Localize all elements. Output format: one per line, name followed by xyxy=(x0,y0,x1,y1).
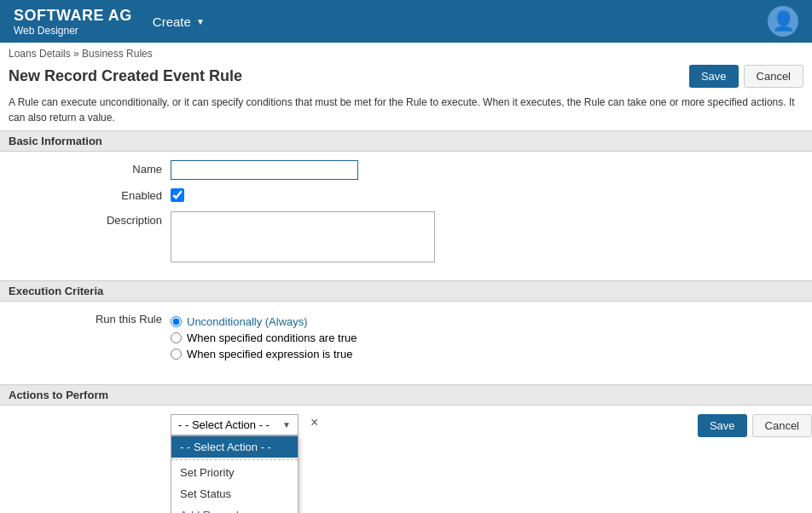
name-label: Name xyxy=(0,160,171,176)
enabled-label: Enabled xyxy=(0,187,171,202)
enabled-row: Enabled xyxy=(0,187,812,205)
cancel-button[interactable]: Cancel xyxy=(744,65,803,88)
radio-conditions-label[interactable]: When specified conditions are true xyxy=(187,331,357,344)
info-text: A Rule can execute unconditionally, or i… xyxy=(0,91,812,130)
select-action-dropdown-container: - - Select Action - - ▼ - - Select Actio… xyxy=(171,414,299,435)
description-label: Description xyxy=(0,211,171,227)
radio-expression[interactable] xyxy=(171,349,182,360)
page-title: New Record Created Event Rule xyxy=(9,67,242,85)
basic-info-section-header: Basic Information xyxy=(0,130,812,152)
dropdown-arrow-icon: ▼ xyxy=(282,420,291,429)
page-title-row: New Record Created Event Rule Save Cance… xyxy=(0,61,812,91)
run-rule-row: Run this Rule Unconditionally (Always) W… xyxy=(0,310,812,369)
header: SOFTWARE AG Web Designer Create ▼ 👤 xyxy=(0,0,812,43)
breadcrumb-separator: » xyxy=(73,48,82,60)
description-field-container xyxy=(171,211,435,265)
dropdown-item-set-status[interactable]: Set Status xyxy=(171,483,298,504)
radio-expression-row: When specified expression is true xyxy=(171,348,357,360)
actions-section-header: Actions to Perform xyxy=(0,384,812,406)
dropdown-current-label: - - Select Action - - xyxy=(178,418,270,431)
radio-unconditional-label[interactable]: Unconditionally (Always) xyxy=(187,315,308,328)
create-button[interactable]: Create ▼ xyxy=(153,14,205,29)
description-row: Description xyxy=(0,211,812,265)
breadcrumb-business-rules[interactable]: Business Rules xyxy=(82,48,153,60)
name-field-container xyxy=(171,160,358,180)
execution-section-header: Execution Criteria xyxy=(0,280,812,302)
brand-name: SOFTWARE AG xyxy=(14,7,132,25)
create-arrow-icon: ▼ xyxy=(196,17,205,26)
user-avatar-icon: 👤 xyxy=(772,10,795,32)
save-button[interactable]: Save xyxy=(689,65,739,88)
dropdown-item-set-priority[interactable]: Set Priority xyxy=(171,462,298,483)
create-label: Create xyxy=(153,14,191,29)
user-avatar[interactable]: 👤 xyxy=(768,6,798,37)
breadcrumb: Loans Details » Business Rules xyxy=(0,43,812,61)
name-row: Name xyxy=(0,160,812,180)
actions-bottom-buttons: Save Cancel xyxy=(698,414,812,437)
header-left: SOFTWARE AG Web Designer Create ▼ xyxy=(14,7,205,37)
radio-unconditional[interactable] xyxy=(171,316,182,327)
radio-group: Unconditionally (Always) When specified … xyxy=(171,310,357,369)
dropdown-item-placeholder[interactable]: - - Select Action - - xyxy=(171,436,298,458)
actions-area: - - Select Action - - ▼ - - Select Actio… xyxy=(0,406,812,446)
brand: SOFTWARE AG Web Designer xyxy=(14,7,132,37)
select-action-trigger[interactable]: - - Select Action - - ▼ xyxy=(171,414,299,435)
brand-sub: Web Designer xyxy=(14,25,132,37)
radio-expression-label[interactable]: When specified expression is true xyxy=(187,348,352,360)
radio-conditions[interactable] xyxy=(171,332,182,343)
radio-conditions-row: When specified conditions are true xyxy=(171,331,357,344)
breadcrumb-loans[interactable]: Loans Details xyxy=(9,48,73,60)
title-buttons: Save Cancel xyxy=(689,65,803,88)
remove-action-button[interactable]: × xyxy=(307,414,322,431)
enabled-field-container xyxy=(171,187,184,205)
run-rule-label: Run this Rule xyxy=(0,310,171,326)
radio-unconditional-row: Unconditionally (Always) xyxy=(171,315,357,328)
actions-row: - - Select Action - - ▼ - - Select Actio… xyxy=(0,414,812,437)
dropdown-divider-1 xyxy=(171,459,298,460)
actions-cancel-button[interactable]: Cancel xyxy=(752,414,812,437)
description-input[interactable] xyxy=(171,211,435,262)
execution-form: Run this Rule Unconditionally (Always) W… xyxy=(0,302,812,384)
enabled-checkbox[interactable] xyxy=(171,188,184,202)
dropdown-menu: - - Select Action - - Set Priority Set S… xyxy=(171,435,299,513)
basic-info-form: Name Enabled Description xyxy=(0,152,812,280)
dropdown-item-add-record[interactable]: Add Record xyxy=(171,504,298,513)
actions-save-button[interactable]: Save xyxy=(698,414,747,437)
name-input[interactable] xyxy=(171,160,358,180)
